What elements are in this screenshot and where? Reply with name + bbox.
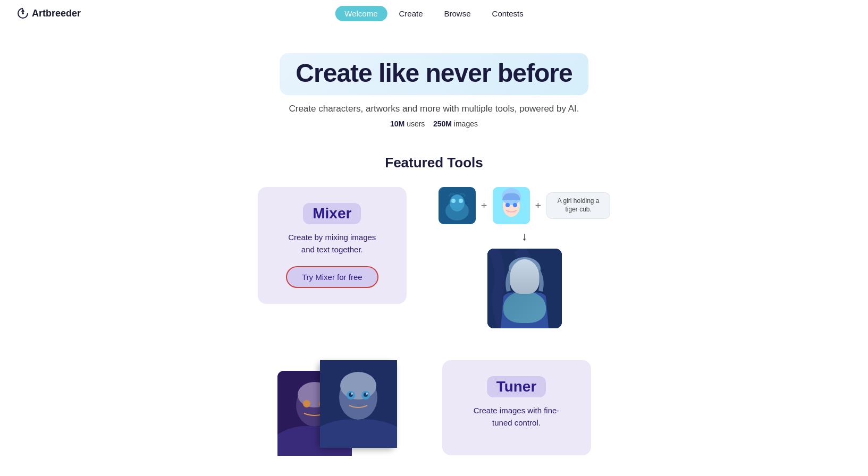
- svg-point-20: [510, 299, 540, 320]
- stat-users-label: users: [407, 120, 425, 128]
- mixer-info-card: Mixer Create by mixing imagesand text to…: [258, 187, 407, 304]
- mixer-output-svg: [487, 249, 562, 328]
- svg-point-13: [509, 257, 541, 280]
- stat-users-number: 10M: [390, 120, 404, 128]
- svg-point-18: [519, 276, 521, 277]
- hero-subtitle: Create characters, artworks and more wit…: [11, 104, 857, 114]
- main-nav: Welcome Create Browse Contests: [335, 6, 533, 21]
- tuner-tool-row: Tuner Create images with fine-tuned cont…: [142, 360, 727, 456]
- tuner-name-wrapper: Tuner: [487, 376, 546, 397]
- mixer-input-image-2: [493, 187, 530, 224]
- mixer-arrow-down: ↓: [521, 230, 527, 243]
- nav-item-contests[interactable]: Contests: [483, 6, 533, 21]
- svg-point-22: [520, 303, 524, 307]
- try-mixer-button[interactable]: Try Mixer for free: [286, 266, 378, 288]
- svg-point-14: [516, 274, 523, 282]
- svg-point-9: [505, 203, 510, 207]
- mixer-tool-name: Mixer: [313, 205, 351, 222]
- svg-point-36: [351, 393, 353, 395]
- hero-stats: 10M users 250M images: [11, 120, 857, 128]
- tuner-info-card: Tuner Create images with fine-tuned cont…: [442, 360, 591, 455]
- mixer-demo: + + A girl holding a: [439, 187, 610, 328]
- mixer-plus-1: +: [481, 200, 487, 212]
- hero-title-wrapper: Create like never before: [280, 53, 588, 95]
- logo-text: Artbreeder: [32, 8, 81, 19]
- mixer-plus-2: +: [535, 200, 542, 212]
- svg-point-15: [527, 274, 533, 282]
- svg-point-27: [303, 400, 310, 407]
- anime-girl-svg: [493, 187, 530, 224]
- mixer-description: Create by mixing imagesand text together…: [277, 232, 387, 256]
- featured-tools-title: Featured Tools: [32, 155, 836, 171]
- svg-point-23: [526, 303, 529, 307]
- mixer-name-wrapper: Mixer: [303, 203, 361, 224]
- blue-creature-svg: [439, 187, 476, 224]
- mixer-input-image-1: [439, 187, 476, 224]
- tuner-tool-name: Tuner: [496, 378, 537, 395]
- svg-point-21: [518, 301, 531, 311]
- tuner-image-front: [320, 360, 397, 448]
- header: Artbreeder Welcome Create Browse Contest…: [0, 0, 868, 27]
- svg-point-3: [450, 194, 465, 211]
- svg-point-37: [366, 393, 368, 395]
- svg-point-17: [528, 276, 532, 279]
- hero-title: Create like never before: [296, 58, 572, 88]
- svg-point-19: [530, 276, 532, 277]
- svg-point-12: [511, 264, 538, 295]
- svg-point-5: [459, 199, 463, 203]
- tuner-description: Create images with fine-tuned control.: [461, 405, 572, 429]
- svg-point-10: [513, 203, 517, 207]
- mixer-tool-row: Mixer Create by mixing imagesand text to…: [142, 187, 727, 328]
- hero-section: Create like never before Create characte…: [0, 27, 868, 144]
- svg-point-0: [22, 12, 24, 14]
- mixer-text-prompt: A girl holding a tiger cub.: [546, 192, 610, 218]
- logo[interactable]: Artbreeder: [17, 7, 81, 19]
- nav-item-welcome[interactable]: Welcome: [335, 6, 387, 21]
- tuner-images-demo: [277, 360, 410, 456]
- mixer-inputs: + + A girl holding a: [439, 187, 610, 224]
- svg-point-4: [451, 199, 456, 203]
- stat-images-label: images: [454, 120, 478, 128]
- stat-images-number: 250M: [433, 120, 452, 128]
- nav-item-browse[interactable]: Browse: [435, 6, 481, 21]
- featured-tools-section: Featured Tools Mixer Create by mixing im…: [0, 144, 868, 476]
- artbreeder-logo-icon: [17, 7, 29, 19]
- svg-point-31: [340, 372, 376, 400]
- mixer-output-image: [487, 249, 562, 328]
- svg-point-16: [518, 276, 521, 279]
- nav-item-create[interactable]: Create: [389, 6, 432, 21]
- tuner-front-svg: [320, 360, 397, 448]
